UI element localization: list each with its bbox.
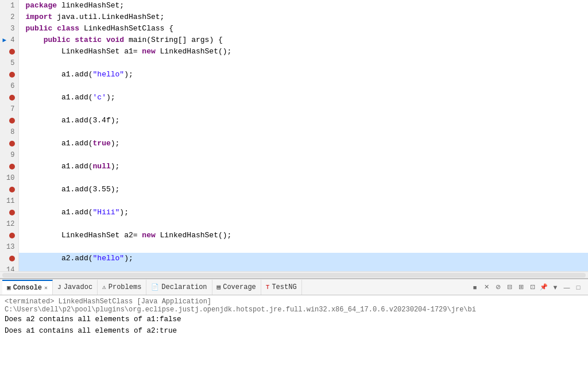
code-row-8: 8 a1.add(3.4f);: [0, 115, 588, 138]
code-content-3: public class LinkedHashSetClass {: [18, 23, 588, 34]
paste-btn[interactable]: ⊡: [527, 282, 537, 292]
coverage-icon: ▤: [217, 283, 221, 291]
code-table: 1package linkedHashSet;2import java.util…: [0, 0, 588, 271]
line-gutter-4: ▶ 4: [0, 34, 18, 46]
code-content-4: public static void main(String[] args) {: [18, 34, 588, 46]
maximize-btn[interactable]: □: [573, 282, 583, 292]
line-gutter-9: 9: [0, 138, 18, 161]
console-toolbar: ■ ✕ ⊘ ⊟ ⊞ ⊡ 📌 ▼ — □: [470, 282, 586, 292]
tab-problems[interactable]: ⚠ Problems: [98, 280, 146, 295]
view-menu-btn[interactable]: ▼: [550, 282, 560, 292]
line-gutter-8: 8: [0, 115, 18, 138]
breakpoint-icon: [9, 95, 15, 101]
breakpoint-icon: [9, 49, 15, 55]
code-row-13: 13 LinkedHashSet a2= new LinkedHashSet()…: [0, 230, 588, 253]
tab-coverage-label: Coverage: [223, 283, 256, 291]
tab-javadoc-label: Javadoc: [64, 283, 92, 291]
code-content-8: a1.add(3.4f);: [18, 115, 588, 138]
breakpoint-icon: [9, 118, 15, 124]
code-content-10: a1.add(null);: [18, 161, 588, 184]
output-line-1: Does a2 contains all elements of a1:fals…: [5, 314, 583, 325]
problems-icon: ⚠: [102, 283, 106, 291]
remove-btn[interactable]: ✕: [481, 282, 492, 292]
breakpoint-icon: [9, 210, 15, 215]
console-tabs-bar: ▣ Console ✕ J Javadoc ⚠ Problems 📄 Decla…: [0, 279, 588, 295]
code-content-1: package linkedHashSet;: [18, 0, 588, 11]
scroll-track[interactable]: [2, 273, 586, 278]
breakpoint-icon: [9, 256, 15, 261]
tab-problems-label: Problems: [109, 283, 142, 291]
debug-arrow-icon: ▶: [2, 34, 6, 46]
console-icon: ▣: [7, 284, 11, 291]
code-row-3: 3public class LinkedHashSetClass {: [0, 23, 588, 34]
code-content-12: a1.add("Hiii");: [18, 207, 588, 230]
code-content-9: a1.add(true);: [18, 138, 588, 161]
code-row-4: ▶ 4 public static void main(String[] arg…: [0, 34, 588, 46]
console-output: <terminated> LinkedHashSetClass [Java Ap…: [0, 295, 588, 370]
line-gutter-10: 10: [0, 161, 18, 184]
breakpoint-icon: [9, 187, 15, 192]
output-line-2: Does a1 contains all elements of a2:true: [5, 325, 583, 337]
tab-console-close[interactable]: ✕: [44, 284, 48, 291]
code-row-11: 11 a1.add(3.55);: [0, 184, 588, 207]
code-content-6: a1.add("hello");: [18, 69, 588, 92]
horizontal-scrollbar[interactable]: [0, 271, 588, 278]
line-gutter-1: 1: [0, 0, 18, 11]
code-editor[interactable]: 1package linkedHashSet;2import java.util…: [0, 0, 588, 271]
scroll-lock-btn[interactable]: ⊟: [504, 282, 514, 292]
tab-javadoc[interactable]: J Javadoc: [53, 280, 98, 295]
code-row-12: 12 a1.add("Hiii");: [0, 207, 588, 230]
tab-console[interactable]: ▣ Console ✕: [2, 280, 53, 295]
tab-declaration-label: Declaration: [161, 283, 207, 291]
line-gutter-14: 14: [0, 253, 18, 271]
code-row-14: 14 a2.add("hello");: [0, 253, 588, 271]
code-row-5: 5 LinkedHashSet a1= new LinkedHashSet();: [0, 46, 588, 69]
code-row-6: 6 a1.add("hello");: [0, 69, 588, 92]
tab-console-label: Console: [13, 284, 42, 292]
breakpoint-icon: [9, 72, 15, 78]
line-gutter-2: 2: [0, 11, 18, 23]
line-gutter-5: 5: [0, 46, 18, 69]
code-row-7: 7 a1.add('c');: [0, 92, 588, 115]
breakpoint-icon: [9, 233, 15, 238]
line-gutter-6: 6: [0, 69, 18, 92]
breakpoint-icon: [9, 141, 15, 147]
clear-btn[interactable]: ⊘: [493, 282, 503, 292]
console-area: ▣ Console ✕ J Javadoc ⚠ Problems 📄 Decla…: [0, 278, 588, 370]
javadoc-icon: J: [57, 284, 61, 291]
line-gutter-12: 12: [0, 207, 18, 230]
code-row-9: 9 a1.add(true);: [0, 138, 588, 161]
tab-testng[interactable]: T TestNG: [261, 280, 302, 295]
copy-btn[interactable]: ⊞: [516, 282, 526, 292]
pin-btn[interactable]: 📌: [539, 282, 549, 292]
code-row-2: 2import java.util.LinkedHashSet;: [0, 11, 588, 23]
line-gutter-13: 13: [0, 230, 18, 253]
testng-icon: T: [266, 284, 270, 291]
tab-testng-label: TestNG: [272, 283, 296, 291]
code-content-11: a1.add(3.55);: [18, 184, 588, 207]
code-content-7: a1.add('c');: [18, 92, 588, 115]
terminate-btn[interactable]: ■: [470, 282, 480, 292]
declaration-icon: 📄: [151, 283, 159, 291]
line-gutter-11: 11: [0, 184, 18, 207]
code-content-5: LinkedHashSet a1= new LinkedHashSet();: [18, 46, 588, 69]
terminated-line: <terminated> LinkedHashSetClass [Java Ap…: [5, 298, 583, 314]
line-gutter-7: 7: [0, 92, 18, 115]
tab-declaration[interactable]: 📄 Declaration: [146, 280, 212, 295]
code-content-14: a2.add("hello");: [18, 253, 588, 271]
code-row-1: 1package linkedHashSet;: [0, 0, 588, 11]
code-row-10: 10 a1.add(null);: [0, 161, 588, 184]
code-content-13: LinkedHashSet a2= new LinkedHashSet();: [18, 230, 588, 253]
line-gutter-3: 3: [0, 23, 18, 34]
tab-coverage[interactable]: ▤ Coverage: [212, 280, 261, 295]
code-content-2: import java.util.LinkedHashSet;: [18, 11, 588, 23]
minimize-btn[interactable]: —: [562, 282, 572, 292]
breakpoint-icon: [9, 164, 15, 169]
